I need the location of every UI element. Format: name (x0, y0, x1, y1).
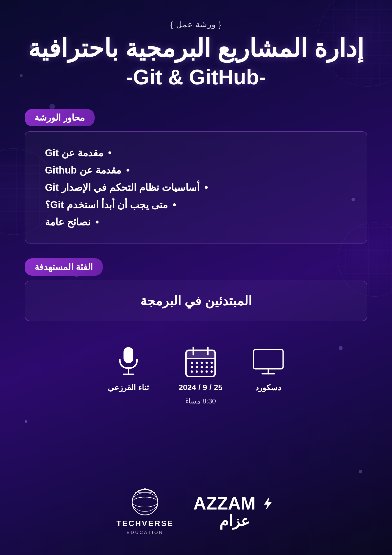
svg-point-21 (206, 370, 208, 373)
header-section: { ورشة عمل } إدارة المشاريع البرمجية باح… (25, 20, 367, 89)
axes-content-box: مقدمة عن Git مقدمة عن Github أساسيات نظا… (25, 131, 367, 244)
svg-rect-4 (186, 350, 215, 358)
techverse-text: TECHVERSE (116, 519, 174, 528)
calendar-icon (185, 346, 217, 378)
target-content-box: المبتدئين في البرمجة (25, 281, 367, 321)
target-section-tag: الفئة المستهدفة (25, 258, 103, 276)
footer-logos: AZZAM عزام (116, 477, 276, 535)
svg-point-17 (210, 366, 213, 368)
page-wrapper: { ورشة عمل } إدارة المشاريع البرمجية باح… (0, 0, 392, 555)
svg-point-16 (206, 366, 208, 368)
monitor-icon (252, 346, 284, 378)
svg-point-18 (191, 370, 193, 373)
date-line2: 8:30 مساءً (185, 397, 216, 405)
svg-point-22 (210, 370, 213, 373)
svg-point-12 (210, 362, 213, 364)
list-item: نصائح عامة (45, 213, 347, 231)
svg-point-11 (206, 362, 208, 364)
info-row: ثناء القرزعي (108, 346, 284, 405)
date-line1: 25 / 9 / 2024 (179, 383, 223, 392)
axes-bullet-list: مقدمة عن Git مقدمة عن Github أساسيات نظا… (45, 144, 347, 231)
platform-name: دسكورد (255, 383, 281, 392)
list-item: متى يجب أن أبدأ استخدم Git؟ (45, 196, 347, 213)
azzam-logo: AZZAM عزام (193, 493, 276, 530)
svg-point-9 (196, 362, 198, 364)
target-section: الفئة المستهدفة المبتدئين في البرمجة (25, 258, 367, 321)
techverse-globe-icon (130, 487, 160, 517)
presenter-item: ثناء القرزعي (108, 346, 149, 392)
platform-item: دسكورد (252, 346, 284, 392)
svg-point-33 (144, 488, 146, 490)
techverse-sub: EDUCATION (126, 530, 164, 535)
techverse-logo: TECHVERSE EDUCATION (116, 487, 174, 535)
svg-point-19 (196, 370, 198, 373)
date-item: 25 / 9 / 2024 8:30 مساءً (179, 346, 223, 405)
list-item: مقدمة عن Github (45, 161, 347, 179)
svg-point-10 (201, 362, 203, 364)
main-title: إدارة المشاريع البرمجية باحترافية (25, 34, 367, 63)
svg-point-8 (191, 362, 193, 364)
target-text: المبتدئين في البرمجة (45, 293, 347, 308)
presenter-name: ثناء القرزعي (108, 383, 149, 392)
azzam-lightning-icon (260, 495, 276, 511)
microphone-icon (112, 346, 144, 378)
axes-section-tag: محاور الورشة (25, 109, 95, 126)
svg-marker-26 (264, 496, 272, 510)
azzam-text: AZZAM (193, 493, 256, 513)
svg-point-15 (201, 366, 203, 368)
axes-section: محاور الورشة مقدمة عن Git مقدمة عن Githu… (25, 109, 367, 244)
azzam-arabic: عزام (219, 512, 250, 530)
workshop-label: { ورشة عمل } (25, 20, 367, 29)
subtitle: -Git & GitHub- (25, 65, 367, 89)
list-item: مقدمة عن Git (45, 144, 347, 161)
svg-rect-0 (124, 347, 133, 363)
svg-point-20 (201, 370, 203, 373)
svg-point-14 (196, 366, 198, 368)
sections-container: محاور الورشة مقدمة عن Git مقدمة عن Githu… (25, 109, 367, 321)
svg-point-13 (191, 366, 193, 368)
list-item: أساسيات نظام التحكم في الإصدار Git (45, 179, 347, 196)
svg-rect-23 (253, 350, 283, 369)
